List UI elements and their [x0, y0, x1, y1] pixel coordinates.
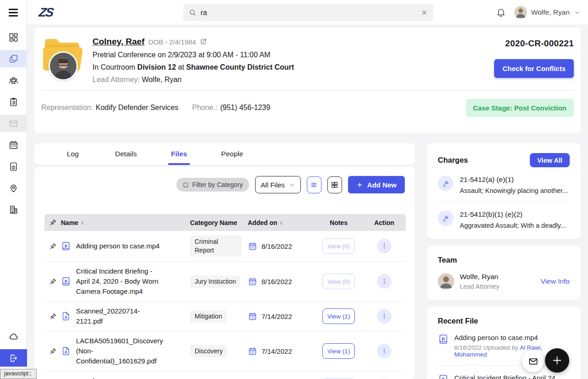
table-row: case-logs-327_1654791888224.pdf Research… [44, 371, 406, 379]
row-actions-button[interactable] [377, 344, 392, 358]
charge-item[interactable]: 21-5412(b)(1) (e)(2) Aggravated Assault;… [438, 210, 570, 229]
global-search [183, 4, 433, 21]
column-category: Category Name [190, 219, 248, 226]
pin-icon[interactable] [49, 242, 57, 250]
added-date: 8/16/2022 [261, 242, 292, 250]
file-name[interactable]: LACBA50519601_Discovery (Non-Confidentia… [76, 336, 164, 366]
row-actions-button[interactable] [377, 239, 392, 253]
row-actions-button[interactable] [377, 274, 392, 289]
files-panel: Filter by Category All Files [34, 167, 415, 379]
gavel-icon [442, 180, 450, 187]
sidebar-item-locations[interactable] [0, 179, 27, 197]
calendar-icon [248, 277, 257, 286]
file-name[interactable]: case-logs-327_1654791888224.pdf [76, 376, 164, 379]
cloud-icon [8, 331, 19, 342]
grid-view-toggle[interactable] [327, 176, 342, 193]
recent-file-title: Recent File [438, 317, 570, 325]
view-notes-button[interactable]: View (0) [322, 238, 355, 254]
tab-people[interactable]: People [206, 143, 259, 165]
case-side-column: Charges View All 21-5412(a) (e)(1) Assau… [427, 143, 581, 379]
charge-code: 21-5412(a) (e)(1) [460, 176, 568, 184]
user-menu[interactable]: Wolfe, Ryan [514, 6, 581, 19]
pin-icon[interactable] [49, 219, 57, 226]
list-view-toggle[interactable] [307, 176, 321, 193]
search-input[interactable] [201, 9, 417, 17]
files-toolbar: Filter by Category All Files [44, 176, 405, 193]
sort-added-icon[interactable]: ▲▼ [280, 220, 283, 225]
files-column: Log Details Files People Filter by Categ… [34, 143, 415, 379]
view-notes-button[interactable]: View (1) [322, 308, 355, 324]
table-row: LACBA50519601_Discovery (Non-Confidentia… [44, 331, 406, 371]
create-fab-button[interactable] [545, 348, 569, 373]
notifications-bell-icon[interactable] [496, 7, 506, 17]
phone-value: (951) 456-1239 [220, 104, 270, 112]
sidebar-item-logout[interactable] [0, 349, 27, 367]
check-conflicts-button[interactable]: Check for Conflicts [494, 59, 574, 78]
file-name[interactable]: Adding person to case.mp4 [76, 241, 160, 251]
court-name: Shawnee County District Court [186, 63, 294, 71]
file-type-select[interactable]: All Files [255, 176, 301, 193]
added-date: 8/16/2022 [261, 278, 292, 286]
kebab-menu-icon [381, 278, 388, 285]
app-logo[interactable]: ZS [38, 5, 54, 20]
video-file-icon [438, 334, 449, 345]
add-new-button[interactable]: Add New [348, 176, 405, 193]
recent-file-item[interactable]: Critical Incident Briefing - April 24, 2… [438, 373, 570, 379]
hamburger-bars [9, 9, 18, 16]
sidebar-item-reports[interactable] [0, 158, 27, 175]
calendar-icon [248, 346, 257, 356]
reports-icon [8, 161, 19, 172]
tab-files[interactable]: Files [152, 143, 206, 165]
filter-by-category-button[interactable]: Filter by Category [176, 178, 249, 192]
column-added-on: Added on [248, 219, 278, 226]
courtroom-line: In Courtroom Division 12 at Shawnee Coun… [93, 63, 468, 71]
tab-details[interactable]: Details [99, 143, 152, 165]
pin-icon[interactable] [49, 347, 57, 355]
clear-search-icon[interactable] [421, 9, 428, 16]
view-info-link[interactable]: View Info [541, 277, 570, 286]
browser-status-tooltip: javascript:; [0, 369, 37, 379]
sidebar-item-clients[interactable] [0, 71, 27, 89]
user-avatar [514, 6, 527, 19]
sidebar-item-messages[interactable] [0, 115, 27, 132]
charges-view-all-button[interactable]: View All [530, 153, 570, 167]
tab-log[interactable]: Log [46, 143, 99, 165]
pin-icon[interactable] [49, 278, 57, 286]
sidebar-item-cases[interactable] [0, 50, 27, 67]
client-dob: DOB - 2/4/1984 [148, 38, 196, 46]
mail-fab-button[interactable] [522, 350, 544, 372]
member-role: Lead Attorney [460, 283, 499, 290]
search-icon [189, 9, 196, 16]
column-notes: Notes [315, 219, 363, 226]
main-area: Colney, Raef DOB - 2/4/1984 Pretrial Con… [27, 25, 588, 379]
phone-label: Phone.: [192, 104, 218, 112]
view-notes-button[interactable]: View (1) [322, 343, 355, 359]
charges-title: Charges [438, 156, 468, 165]
sidebar-item-calendar[interactable] [0, 136, 27, 154]
sidebar-item-cloud[interactable] [0, 328, 27, 345]
client-name-link[interactable]: Colney, Raef [93, 37, 145, 47]
sidebar-item-organizations[interactable] [0, 201, 27, 218]
file-name[interactable]: Scanned_20220714-2121.pdf [76, 306, 164, 326]
charges-card: Charges View All 21-5412(a) (e)(1) Assau… [427, 143, 581, 239]
external-link-icon[interactable] [200, 38, 207, 45]
sidebar [0, 0, 27, 379]
case-header-card: Colney, Raef DOB - 2/4/1984 Pretrial Con… [34, 27, 581, 134]
uploaded-by-label: Uploaded by [484, 344, 518, 351]
column-name: Name [61, 219, 78, 226]
tasks-icon [8, 97, 19, 107]
representation-value: Kodify Defender Services [96, 104, 179, 112]
file-name[interactable]: Critical Incident Briefing - April 24, 2… [76, 266, 164, 297]
sort-name-icon[interactable]: ▲▼ [81, 220, 84, 225]
view-notes-button[interactable]: View (0) [322, 274, 355, 289]
category-chip: Mitigation [190, 310, 227, 323]
grid-view-icon [331, 181, 338, 189]
sidebar-footer [0, 328, 27, 367]
sidebar-item-tasks[interactable] [0, 93, 27, 110]
pin-icon[interactable] [49, 313, 57, 320]
charge-item[interactable]: 21-5412(a) (e)(1) Assault; Knowingly pla… [438, 176, 570, 194]
hamburger-menu-icon[interactable] [0, 0, 27, 25]
sidebar-item-dashboard[interactable] [0, 28, 27, 46]
pdf-file-icon [61, 311, 71, 321]
row-actions-button[interactable] [377, 309, 392, 324]
